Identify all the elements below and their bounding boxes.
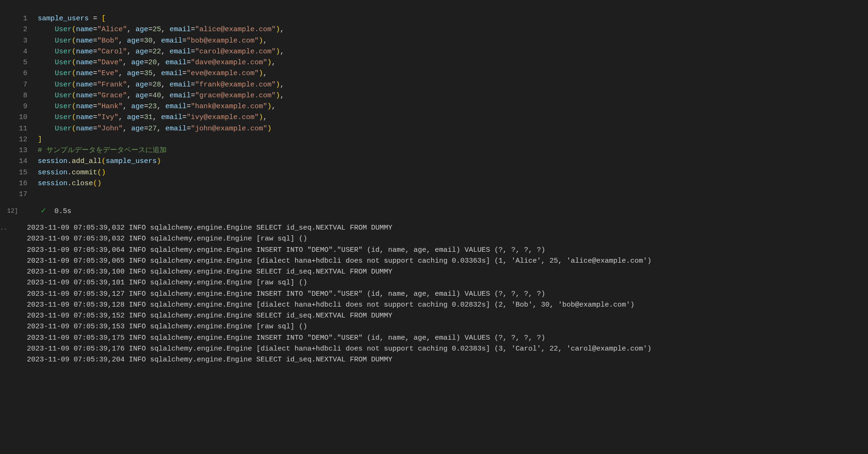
code-line[interactable]: 6 User(name="Eve", age=35, email="eve@ex…	[14, 68, 854, 79]
output-line: 2023-11-09 07:05:39,176 INFO sqlalchemy.…	[27, 343, 651, 354]
code-content[interactable]: User(name="Ivy", age=31, email="ivy@exam…	[38, 112, 854, 123]
line-number: 6	[14, 68, 38, 79]
code-cell[interactable]: 1sample_users = [2 User(name="Alice", ag…	[14, 9, 854, 203]
code-content[interactable]: session.add_all(sample_users)	[38, 156, 854, 167]
code-line[interactable]: 9 User(name="Hank", age=23, email="hank@…	[14, 101, 854, 112]
line-number: 11	[14, 123, 38, 134]
code-line[interactable]: 12]	[14, 134, 854, 145]
code-content[interactable]: User(name="Frank", age=28, email="frank@…	[38, 79, 854, 90]
code-line[interactable]: 2 User(name="Alice", age=25, email="alic…	[14, 24, 854, 35]
output-line: 2023-11-09 07:05:39,032 INFO sqlalchemy.…	[27, 223, 651, 233]
success-check-icon: ✓	[41, 205, 46, 218]
code-content[interactable]: User(name="Bob", age=30, email="bob@exam…	[38, 35, 854, 46]
code-content[interactable]: session.close()	[38, 178, 854, 189]
output-line: 2023-11-09 07:05:39,101 INFO sqlalchemy.…	[27, 277, 651, 288]
line-number: 8	[14, 90, 38, 101]
code-content[interactable]: # サンプルデータをデータベースに追加	[38, 145, 854, 156]
code-line[interactable]: 8 User(name="Grace", age=40, email="grac…	[14, 90, 854, 101]
code-content[interactable]: User(name="Eve", age=35, email="eve@exam…	[38, 68, 854, 79]
code-content[interactable]: User(name="Hank", age=23, email="hank@ex…	[38, 101, 854, 112]
line-number: 10	[14, 112, 38, 123]
output-line: 2023-11-09 07:05:39,153 INFO sqlalchemy.…	[27, 321, 651, 332]
code-line[interactable]: 7 User(name="Frank", age=28, email="fran…	[14, 79, 854, 90]
code-line[interactable]: 15session.commit()	[14, 167, 854, 178]
output-line: 2023-11-09 07:05:39,064 INFO sqlalchemy.…	[27, 245, 651, 256]
line-number: 2	[14, 24, 38, 35]
code-content[interactable]: session.commit()	[38, 167, 854, 178]
line-number: 12	[14, 134, 38, 145]
code-line[interactable]: 1sample_users = [	[14, 13, 854, 24]
code-line[interactable]: 11 User(name="John", age=27, email="john…	[14, 123, 854, 134]
line-number: 9	[14, 101, 38, 112]
code-line[interactable]: 17	[14, 189, 854, 200]
code-line[interactable]: 4 User(name="Carol", age=22, email="caro…	[14, 46, 854, 57]
line-number: 15	[14, 167, 38, 178]
output-line: 2023-11-09 07:05:39,152 INFO sqlalchemy.…	[27, 310, 651, 321]
line-number: 7	[14, 79, 38, 90]
line-number: 5	[14, 57, 38, 68]
code-content[interactable]: User(name="Dave", age=20, email="dave@ex…	[38, 57, 854, 68]
output-label: ..	[0, 223, 8, 233]
code-line[interactable]: 3 User(name="Bob", age=30, email="bob@ex…	[14, 35, 854, 46]
code-content[interactable]: User(name="Alice", age=25, email="alice@…	[38, 24, 854, 35]
code-content[interactable]: ]	[38, 134, 854, 145]
code-content[interactable]	[38, 189, 854, 200]
execution-status-row: 12] ✓ 0.5s	[0, 203, 868, 221]
output-line: 2023-11-09 07:05:39,100 INFO sqlalchemy.…	[27, 266, 651, 277]
line-number: 14	[14, 156, 38, 167]
output-line: 2023-11-09 07:05:39,128 INFO sqlalchemy.…	[27, 300, 651, 310]
code-line[interactable]: 14session.add_all(sample_users)	[14, 156, 854, 167]
output-line: 2023-11-09 07:05:39,127 INFO sqlalchemy.…	[27, 289, 651, 300]
code-content[interactable]: User(name="John", age=27, email="john@ex…	[38, 123, 854, 134]
output-line: 2023-11-09 07:05:39,065 INFO sqlalchemy.…	[27, 256, 651, 266]
cell-exec-count: 12]	[7, 206, 18, 216]
code-content[interactable]: User(name="Carol", age=22, email="carol@…	[38, 46, 854, 57]
line-number: 17	[14, 189, 38, 200]
code-line[interactable]: 13# サンプルデータをデータベースに追加	[14, 145, 854, 156]
output-line: 2023-11-09 07:05:39,175 INFO sqlalchemy.…	[27, 333, 651, 343]
line-number: 4	[14, 46, 38, 57]
output-line: 2023-11-09 07:05:39,032 INFO sqlalchemy.…	[27, 233, 651, 244]
line-number: 1	[14, 13, 38, 24]
code-line[interactable]: 10 User(name="Ivy", age=31, email="ivy@e…	[14, 112, 854, 123]
line-number: 3	[14, 35, 38, 46]
code-content[interactable]: User(name="Grace", age=40, email="grace@…	[38, 90, 854, 101]
execution-time: 0.5s	[54, 206, 71, 217]
output-cell: .. 2023-11-09 07:05:39,032 INFO sqlalche…	[0, 221, 868, 365]
code-line[interactable]: 16session.close()	[14, 178, 854, 189]
line-number: 13	[14, 145, 38, 156]
line-number: 16	[14, 178, 38, 189]
code-content[interactable]: sample_users = [	[38, 13, 854, 24]
output-line: 2023-11-09 07:05:39,204 INFO sqlalchemy.…	[27, 354, 651, 365]
code-line[interactable]: 5 User(name="Dave", age=20, email="dave@…	[14, 57, 854, 68]
